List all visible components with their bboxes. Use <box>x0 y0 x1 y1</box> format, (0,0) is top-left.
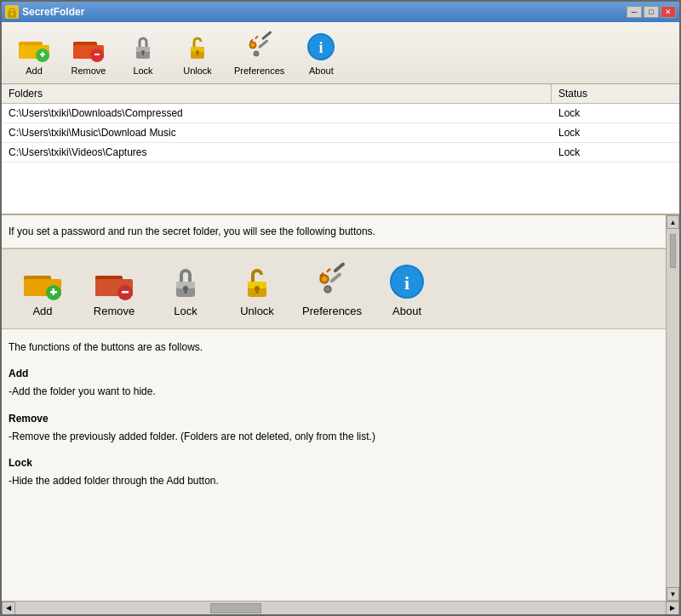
svg-rect-50 <box>333 262 346 273</box>
status-column-header: Status <box>552 84 679 103</box>
svg-rect-11 <box>94 54 100 55</box>
section-add-title: Add <box>9 366 659 382</box>
remove-label: Remove <box>72 66 106 76</box>
table-row[interactable]: C:\Users\txiki\Downloads\Compressed Lock <box>2 104 679 123</box>
demo-lock-button[interactable]: Lock <box>152 256 220 322</box>
svg-point-53 <box>323 277 327 282</box>
add-button[interactable]: Add <box>9 26 60 80</box>
svg-rect-22 <box>255 35 259 39</box>
svg-rect-7 <box>42 52 43 57</box>
lock-label: Lock <box>133 66 152 76</box>
horizontal-scroll-thumb[interactable] <box>210 603 261 613</box>
help-scroll-container: If you set a password and run the secret… <box>2 215 679 601</box>
titlebar-controls: ─ □ ✕ <box>627 6 676 18</box>
unlock-button[interactable]: Unlock <box>172 26 223 80</box>
demo-about-icon: i <box>386 260 428 303</box>
table-header: Folders Status <box>2 84 679 104</box>
demo-about-label: About <box>392 305 421 317</box>
minimize-button[interactable]: ─ <box>627 6 642 18</box>
unlock-label: Unlock <box>183 66 212 76</box>
help-intro: If you set a password and run the secret… <box>2 215 666 248</box>
about-label: About <box>309 66 334 76</box>
scroll-thumb[interactable] <box>670 234 676 268</box>
window-title: SecretFolder <box>22 6 84 18</box>
app-icon <box>5 5 19 19</box>
scroll-left-button[interactable]: ◀ <box>2 602 15 615</box>
titlebar: SecretFolder ─ □ ✕ <box>2 2 679 22</box>
demo-buttons-area: Add Remove <box>2 248 666 329</box>
demo-add-icon <box>21 260 64 303</box>
add-label: Add <box>26 66 43 76</box>
scroll-down-button[interactable]: ▼ <box>667 587 679 601</box>
help-text: The functions of the buttons are as foll… <box>2 329 666 499</box>
folder-path: C:\Users\txiki\Videos\Captures <box>2 143 552 162</box>
svg-rect-2 <box>11 13 13 15</box>
section-remove-title: Remove <box>9 411 659 427</box>
lock-icon <box>126 30 160 64</box>
svg-text:i: i <box>404 272 409 294</box>
svg-rect-49 <box>326 268 331 273</box>
demo-lock-icon <box>164 260 207 303</box>
table-row[interactable]: C:\Users\txiki\Music\Download Music Lock <box>2 123 679 143</box>
demo-add-button[interactable]: Add <box>9 256 77 322</box>
about-button[interactable]: i About <box>295 26 346 80</box>
svg-point-26 <box>251 43 255 47</box>
horizontal-scrollbar-track <box>15 602 666 614</box>
svg-point-47 <box>324 286 331 293</box>
demo-remove-label: Remove <box>94 305 134 317</box>
demo-unlock-icon <box>236 260 278 303</box>
svg-rect-24 <box>258 39 269 48</box>
close-button[interactable]: ✕ <box>661 6 676 18</box>
svg-rect-34 <box>53 288 55 295</box>
demo-preferences-button[interactable]: Preferences <box>295 256 369 322</box>
svg-rect-51 <box>329 272 342 283</box>
section-lock-title: Lock <box>9 455 659 471</box>
demo-lock-label: Lock <box>174 305 197 317</box>
remove-button[interactable]: Remove <box>63 26 114 80</box>
scroll-up-button[interactable]: ▲ <box>667 215 679 229</box>
svg-rect-1 <box>9 9 14 13</box>
demo-unlock-button[interactable]: Unlock <box>223 256 291 322</box>
lock-button[interactable]: Lock <box>117 26 169 80</box>
table-row[interactable]: C:\Users\txiki\Videos\Captures Lock <box>2 143 679 163</box>
folder-status: Lock <box>552 143 679 162</box>
folder-status: Lock <box>552 123 679 142</box>
preferences-button[interactable]: Preferences <box>226 26 292 80</box>
preferences-label: Preferences <box>234 66 284 76</box>
section-add-desc: -Add the folder you want to hide. <box>9 384 659 400</box>
preferences-icon <box>243 30 277 64</box>
svg-rect-15 <box>142 53 144 55</box>
svg-rect-23 <box>261 31 272 40</box>
svg-point-20 <box>254 51 259 56</box>
horizontal-scrollbar[interactable]: ◀ ▶ <box>2 601 679 614</box>
scroll-right-button[interactable]: ▶ <box>666 602 679 615</box>
about-icon: i <box>304 30 338 64</box>
demo-add-label: Add <box>32 305 52 317</box>
svg-rect-42 <box>185 290 187 294</box>
demo-preferences-icon <box>311 260 353 303</box>
svg-rect-19 <box>197 53 198 55</box>
demo-remove-icon <box>93 260 135 303</box>
add-icon <box>17 30 51 64</box>
demo-about-button[interactable]: i About <box>373 256 441 322</box>
demo-unlock-label: Unlock <box>240 305 274 317</box>
svg-text:i: i <box>319 39 323 56</box>
help-intro-text: If you set a password and run the secret… <box>9 225 375 237</box>
toolbar: Add Remove <box>2 22 679 84</box>
main-window: SecretFolder ─ □ ✕ Add <box>0 0 681 616</box>
help-area[interactable]: If you set a password and run the secret… <box>2 215 666 601</box>
demo-preferences-label: Preferences <box>302 305 362 317</box>
titlebar-left: SecretFolder <box>5 5 84 19</box>
maximize-button[interactable]: □ <box>644 6 659 18</box>
section-remove-desc: -Remove the previously added folder. (Fo… <box>9 429 659 445</box>
vertical-scrollbar[interactable]: ▲ ▼ <box>666 215 679 601</box>
unlock-icon <box>180 30 215 64</box>
folder-path: C:\Users\txiki\Music\Download Music <box>2 123 552 142</box>
folder-status: Lock <box>552 104 679 123</box>
svg-rect-46 <box>256 290 259 294</box>
folders-table: Folders Status C:\Users\txiki\Downloads\… <box>2 84 679 215</box>
demo-remove-button[interactable]: Remove <box>80 256 148 322</box>
svg-rect-38 <box>122 291 129 294</box>
section-lock-desc: -Hide the added folder through the Add b… <box>9 473 659 489</box>
content-area: Folders Status C:\Users\txiki\Downloads\… <box>2 84 679 614</box>
